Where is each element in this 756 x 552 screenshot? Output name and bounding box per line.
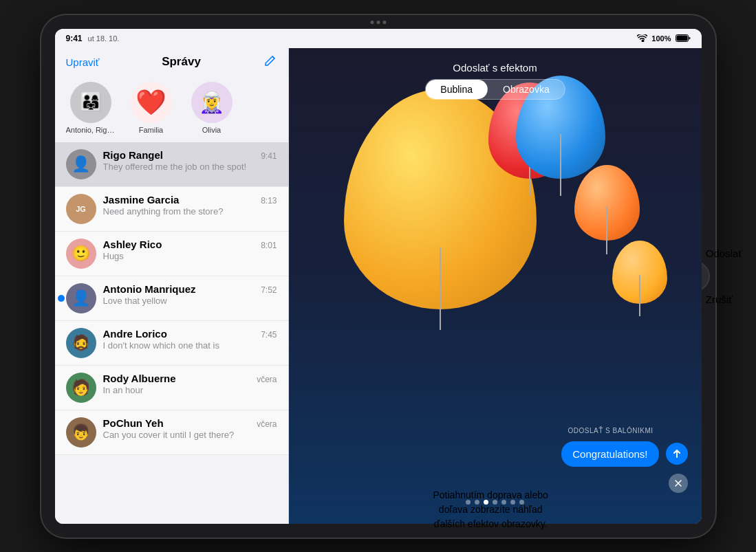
annotation-bottom-text: Potiahnutím doprava alebodoľava zobrazít… bbox=[433, 489, 548, 529]
conversation-list: 👤 Rigo Rangel 9:41 They offered me the j… bbox=[55, 142, 288, 524]
tab-screen[interactable]: Obrazovka bbox=[488, 80, 565, 99]
annotation-cancel: Zrušiť bbox=[706, 294, 742, 305]
sidebar-header: Upraviť Správy bbox=[55, 48, 288, 76]
conversation-time-ashley: 8:01 bbox=[261, 241, 277, 250]
conversation-body-andre: Andre Lorico 7:45 I don't know which one… bbox=[103, 328, 277, 351]
avatar-rody: 🧑 bbox=[66, 373, 96, 403]
unread-indicator-antonio bbox=[58, 295, 65, 302]
conversation-preview-rody: In an hour bbox=[103, 385, 277, 395]
pinned-label-group: Antonio, Rigo &... bbox=[66, 126, 116, 134]
send-with-balloons-label: ODOSLAŤ S BALÓNIKMI bbox=[303, 427, 688, 434]
tab-bubble[interactable]: Bublina bbox=[425, 80, 488, 99]
ipad-screen: 9:41 ut 18. 10. 100% bbox=[55, 29, 702, 524]
chat-area[interactable]: Odoslať s efektom Bublina Obrazovka ODOS… bbox=[289, 48, 702, 524]
conversation-body-pochun: PoChun Yeh včera Can you cover it until … bbox=[103, 417, 277, 440]
conversation-preview-jasmine: Need anything from the store? bbox=[103, 206, 277, 217]
conversation-jasmine[interactable]: JG Jasmine Garcia 8:13 Need anything fro… bbox=[55, 187, 288, 232]
send-button[interactable] bbox=[666, 443, 688, 465]
balloon-background: Odoslať s efektom Bublina Obrazovka ODOS… bbox=[289, 48, 702, 524]
conversation-preview-pochun: Can you cover it until I get there? bbox=[103, 430, 277, 440]
conversation-time-rigo: 9:41 bbox=[261, 151, 277, 161]
status-date: ut 18. 10. bbox=[88, 34, 120, 43]
conversation-name-pochun: PoChun Yeh bbox=[103, 417, 164, 429]
top-dots bbox=[370, 21, 386, 24]
conversation-preview-antonio: Love that yellow bbox=[103, 296, 277, 306]
conversation-name-andre: Andre Lorico bbox=[103, 328, 167, 340]
conversation-body-ashley: Ashley Rico 8:01 Hugs bbox=[103, 239, 277, 261]
conversation-body-jasmine: Jasmine Garcia 8:13 Need anything from t… bbox=[103, 194, 277, 217]
svg-rect-1 bbox=[676, 36, 687, 41]
conversation-time-rody: včera bbox=[257, 375, 277, 384]
conversation-body-antonio: Antonio Manriquez 7:52 Love that yellow bbox=[103, 283, 277, 306]
compose-button[interactable] bbox=[263, 54, 277, 71]
status-left: 9:41 ut 18. 10. bbox=[66, 34, 120, 43]
wifi-icon bbox=[637, 34, 647, 42]
conversation-time-antonio: 7:52 bbox=[261, 285, 277, 295]
conversation-preview-andre: I don't know which one that is bbox=[103, 340, 277, 351]
main-content: Upraviť Správy 👨‍👩‍👧 bbox=[55, 48, 702, 524]
effect-title: Odoslať s efektom bbox=[453, 62, 537, 74]
avatar-ashley: 🙂 bbox=[66, 239, 96, 269]
sidebar-title: Správy bbox=[162, 55, 201, 69]
conversation-time-andre: 7:45 bbox=[261, 330, 277, 340]
conversation-body-rody: Rody Albuerne včera In an hour bbox=[103, 373, 277, 395]
pinned-label-olivia: Olivia bbox=[187, 126, 237, 134]
cancel-button[interactable] bbox=[669, 474, 688, 493]
avatar-rigo: 👤 bbox=[66, 149, 96, 179]
pinned-contact-group[interactable]: 👨‍👩‍👧 Antonio, Rigo &... bbox=[66, 82, 116, 134]
pinned-contact-familia[interactable]: ❤️ Familia bbox=[127, 82, 176, 134]
status-time: 9:41 bbox=[66, 34, 83, 43]
status-right: 100% bbox=[637, 34, 690, 43]
battery-icon bbox=[676, 34, 691, 42]
conversation-preview-ashley: Hugs bbox=[103, 251, 277, 261]
battery-percent: 100% bbox=[651, 34, 671, 43]
conversation-rody[interactable]: 🧑 Rody Albuerne včera In an hour bbox=[55, 366, 288, 410]
effect-header: Odoslať s efektom Bublina Obrazovka bbox=[424, 62, 565, 100]
conversation-top-rigo: Rigo Rangel 9:41 bbox=[103, 149, 277, 161]
conversation-andre[interactable]: 🧔 Andre Lorico 7:45 I don't know which o… bbox=[55, 321, 288, 366]
avatar-andre: 🧔 bbox=[66, 328, 96, 358]
conversation-name-rigo: Rigo Rangel bbox=[103, 149, 164, 161]
conversation-body-rigo: Rigo Rangel 9:41 They offered me the job… bbox=[103, 149, 277, 172]
conversation-name-antonio: Antonio Manriquez bbox=[103, 283, 196, 295]
pinned-label-familia: Familia bbox=[127, 126, 176, 134]
balloon-orange2 bbox=[612, 241, 667, 304]
conversation-pochun[interactable]: 👦 PoChun Yeh včera Can you cover it unti… bbox=[55, 410, 288, 455]
conversation-preview-rigo: They offered me the job on the spot! bbox=[103, 162, 277, 172]
pinned-avatar-familia: ❤️ bbox=[131, 82, 172, 123]
conversation-name-jasmine: Jasmine Garcia bbox=[103, 194, 180, 206]
conversation-antonio[interactable]: 👤 Antonio Manriquez 7:52 Love that yello… bbox=[55, 276, 288, 321]
status-bar: 9:41 ut 18. 10. 100% bbox=[55, 29, 702, 48]
avatar-pochun: 👦 bbox=[66, 417, 96, 448]
pinned-contact-olivia[interactable]: 🧝‍♀️ Olivia bbox=[187, 82, 237, 134]
avatar-antonio: 👤 bbox=[66, 283, 96, 313]
annotation-bottom: Potiahnutím doprava alebodoľava zobrazít… bbox=[433, 488, 548, 531]
conversation-name-rody: Rody Albuerne bbox=[103, 373, 176, 384]
message-bubble: Congratulations! bbox=[561, 441, 658, 467]
edit-button[interactable]: Upraviť bbox=[66, 56, 100, 68]
conversation-rigo[interactable]: 👤 Rigo Rangel 9:41 They offered me the j… bbox=[55, 142, 288, 187]
pinned-avatar-group: 👨‍👩‍👧 bbox=[70, 82, 111, 123]
sidebar: Upraviť Správy 👨‍👩‍👧 bbox=[55, 48, 289, 524]
message-row: Congratulations! bbox=[303, 441, 688, 467]
pinned-avatar-olivia: 🧝‍♀️ bbox=[191, 82, 233, 123]
conversation-name-ashley: Ashley Rico bbox=[103, 239, 162, 250]
annotations-right: Odoslať Zrušiť bbox=[706, 247, 742, 305]
conversation-time-jasmine: 8:13 bbox=[261, 196, 277, 206]
pinned-contacts: 👨‍👩‍👧 Antonio, Rigo &... ❤️ Familia 🧝‍♀️ bbox=[55, 76, 288, 142]
effect-tabs: Bublina Obrazovka bbox=[424, 79, 565, 100]
balloon-orange1 bbox=[574, 165, 640, 241]
avatar-jasmine: JG bbox=[66, 194, 96, 224]
annotation-send: Odoslať bbox=[706, 247, 742, 259]
ipad-frame: 9:41 ut 18. 10. 100% bbox=[41, 15, 715, 538]
conversation-ashley[interactable]: 🙂 Ashley Rico 8:01 Hugs bbox=[55, 232, 288, 276]
conversation-time-pochun: včera bbox=[257, 419, 277, 429]
